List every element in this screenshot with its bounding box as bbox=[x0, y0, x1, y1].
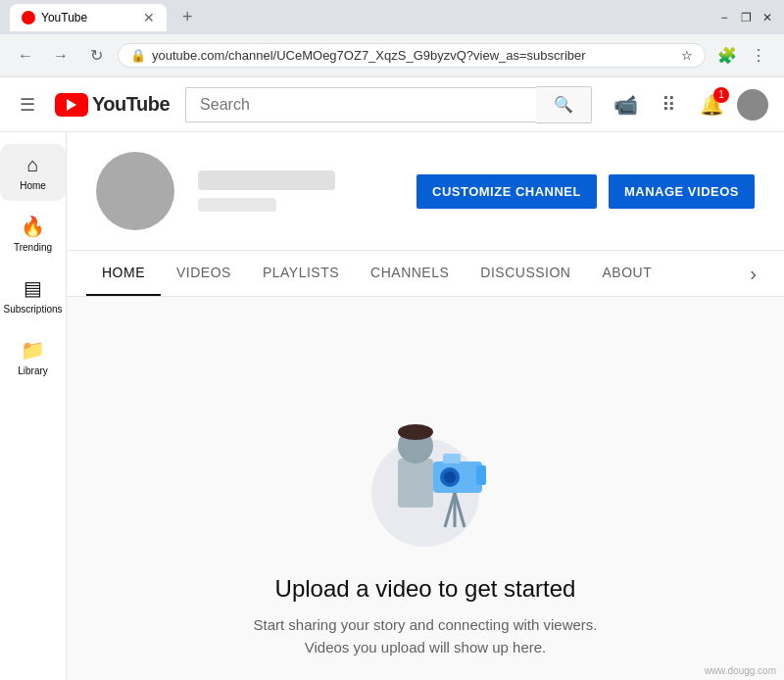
browser-navbar: ← → ↻ 🔒 ☆ 🧩 ⋮ bbox=[0, 34, 784, 77]
sidebar-item-home[interactable]: ⌂ Home bbox=[0, 144, 66, 201]
hamburger-menu-button[interactable]: ☰ bbox=[16, 90, 39, 120]
svg-rect-1 bbox=[398, 459, 433, 508]
empty-illustration bbox=[327, 356, 523, 552]
empty-state: Upload a video to get started Start shar… bbox=[67, 297, 784, 680]
search-bar: 🔍 bbox=[185, 86, 592, 123]
tab-videos[interactable]: VIDEOS bbox=[161, 251, 247, 296]
play-icon bbox=[67, 99, 76, 111]
sidebar-label-library: Library bbox=[18, 365, 48, 376]
channel-actions: CUSTOMIZE CHANNEL MANAGE VIDEOS bbox=[416, 174, 755, 209]
main-content: CUSTOMIZE CHANNEL MANAGE VIDEOS HOME VID… bbox=[67, 132, 784, 680]
lock-icon: 🔒 bbox=[130, 48, 146, 63]
youtube-logo-text: YouTube bbox=[92, 93, 170, 116]
tab-close-button[interactable]: ✕ bbox=[143, 10, 155, 25]
channel-sub-count-placeholder bbox=[198, 198, 276, 212]
svg-rect-8 bbox=[476, 465, 486, 485]
watermark: www.dougg.com bbox=[705, 665, 776, 676]
youtube-body: ⌂ Home 🔥 Trending ▤ Subscriptions 📁 Libr… bbox=[0, 132, 784, 680]
svg-point-3 bbox=[398, 424, 433, 440]
apps-button[interactable]: ⠿ bbox=[651, 87, 686, 122]
header-right-actions: 📹 ⠿ 🔔 1 bbox=[608, 87, 768, 122]
svg-rect-7 bbox=[443, 454, 461, 463]
address-bar[interactable]: 🔒 ☆ bbox=[118, 43, 706, 68]
tab-discussion[interactable]: DISCUSSION bbox=[465, 251, 586, 296]
star-icon[interactable]: ☆ bbox=[681, 48, 693, 63]
channel-info bbox=[198, 170, 393, 212]
minimize-button[interactable]: − bbox=[717, 11, 731, 24]
home-icon: ⌂ bbox=[26, 154, 38, 176]
sidebar-label-subscriptions: Subscriptions bbox=[3, 304, 62, 315]
maximize-button[interactable]: ❐ bbox=[739, 11, 753, 24]
new-tab-button[interactable]: + bbox=[174, 7, 201, 27]
extensions-button[interactable]: 🧩 bbox=[713, 42, 741, 70]
sidebar-item-library[interactable]: 📁 Library bbox=[0, 328, 66, 386]
svg-point-6 bbox=[444, 471, 456, 483]
notifications-button[interactable]: 🔔 1 bbox=[694, 87, 729, 122]
video-camera-button[interactable]: 📹 bbox=[608, 87, 643, 122]
manage-videos-button[interactable]: MANAGE VIDEOS bbox=[609, 174, 755, 209]
notification-badge: 1 bbox=[713, 87, 729, 103]
library-icon: 📁 bbox=[21, 338, 45, 362]
sidebar-label-home: Home bbox=[20, 180, 46, 191]
sidebar-label-trending: Trending bbox=[14, 242, 52, 253]
apps-icon: ⠿ bbox=[662, 93, 676, 117]
sidebar: ⌂ Home 🔥 Trending ▤ Subscriptions 📁 Libr… bbox=[0, 132, 67, 680]
tab-more-button[interactable]: › bbox=[742, 255, 764, 293]
channel-name-placeholder bbox=[198, 170, 335, 190]
window-controls: − ❐ ✕ bbox=[717, 11, 774, 24]
tab-home[interactable]: HOME bbox=[86, 251, 161, 296]
tab-favicon-icon bbox=[22, 11, 35, 24]
subscriptions-icon: ▤ bbox=[24, 276, 42, 300]
search-input[interactable] bbox=[185, 87, 536, 122]
browser-titlebar: YouTube ✕ + − ❐ ✕ bbox=[0, 0, 784, 34]
tab-title: YouTube bbox=[41, 11, 87, 24]
youtube-app: ☰ YouTube 🔍 📹 ⠿ 🔔 1 bbox=[0, 77, 784, 680]
close-button[interactable]: ✕ bbox=[760, 11, 774, 24]
sidebar-item-subscriptions[interactable]: ▤ Subscriptions bbox=[0, 267, 66, 324]
youtube-header: ☰ YouTube 🔍 📹 ⠿ 🔔 1 bbox=[0, 77, 784, 132]
youtube-logo-icon bbox=[55, 93, 88, 117]
search-button[interactable]: 🔍 bbox=[536, 86, 592, 123]
tab-about[interactable]: ABOUT bbox=[586, 251, 667, 296]
tab-playlists[interactable]: PLAYLISTS bbox=[247, 251, 355, 296]
trending-icon: 🔥 bbox=[21, 215, 45, 238]
url-input[interactable] bbox=[152, 48, 675, 63]
youtube-logo[interactable]: YouTube bbox=[55, 93, 170, 117]
empty-state-title: Upload a video to get started bbox=[275, 575, 576, 603]
avatar[interactable] bbox=[737, 89, 768, 121]
sidebar-item-trending[interactable]: 🔥 Trending bbox=[0, 205, 66, 263]
channel-avatar bbox=[96, 152, 174, 230]
tab-channels[interactable]: CHANNELS bbox=[355, 251, 465, 296]
refresh-button[interactable]: ↻ bbox=[82, 42, 110, 70]
browser-tab[interactable]: YouTube ✕ bbox=[10, 4, 167, 31]
channel-header: CUSTOMIZE CHANNEL MANAGE VIDEOS bbox=[67, 132, 784, 251]
channel-tabs: HOME VIDEOS PLAYLISTS CHANNELS DISCUSSIO… bbox=[67, 251, 784, 297]
video-camera-icon: 📹 bbox=[613, 93, 638, 117]
menu-button[interactable]: ⋮ bbox=[745, 42, 772, 70]
forward-button[interactable]: → bbox=[47, 42, 74, 70]
empty-state-description: Start sharing your story and connecting … bbox=[239, 614, 612, 658]
nav-actions: 🧩 ⋮ bbox=[713, 42, 772, 70]
customize-channel-button[interactable]: CUSTOMIZE CHANNEL bbox=[416, 174, 597, 209]
back-button[interactable]: ← bbox=[12, 42, 39, 70]
